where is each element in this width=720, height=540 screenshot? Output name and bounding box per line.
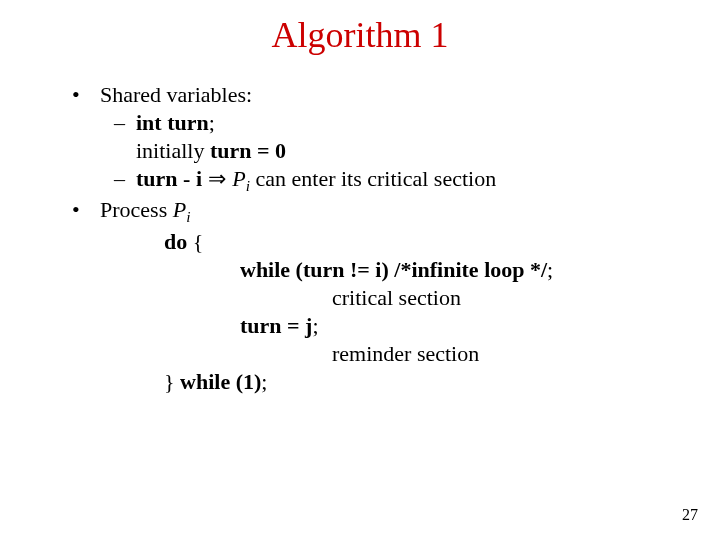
subscript-i: i [186, 209, 190, 226]
page-number: 27 [682, 506, 698, 524]
code-assign: turn = j [240, 313, 312, 338]
var-P: P [232, 166, 245, 191]
text-turn-implies: turn - i ⇒ Pi can enter its critical sec… [136, 166, 496, 196]
bullet-level2: – turn - i ⇒ Pi can enter its critical s… [72, 166, 672, 196]
text-enter-critical: can enter its critical section [250, 166, 496, 191]
text-reminder-section: reminder section [72, 341, 672, 367]
text-initially-word: initially [136, 138, 210, 163]
dash-icon: – [114, 166, 136, 196]
kw-do: do [164, 229, 187, 254]
brace-open: { [187, 229, 203, 254]
slide-title: Algorithm 1 [0, 14, 720, 56]
semicolon: ; [547, 257, 553, 282]
code-turn-eq-j: turn = j; [72, 313, 672, 339]
code-int-turn: int turn [136, 110, 209, 135]
text-initially: initially turn = 0 [72, 138, 672, 164]
slide-body: • Shared variables: – int turn; initiall… [72, 82, 672, 397]
code-turn-eq-0: turn = 0 [210, 138, 286, 163]
bullet-level1: • Process Pi [72, 197, 672, 227]
implies-icon: ⇒ [202, 166, 232, 191]
code-do-open: do { [72, 229, 672, 255]
bullet-icon: • [72, 197, 100, 227]
text-int-turn: int turn; [136, 110, 215, 136]
text-critical-section: critical section [72, 285, 672, 311]
text-process-word: Process [100, 197, 173, 222]
bullet-level2: – int turn; [72, 110, 672, 136]
semicolon: ; [312, 313, 318, 338]
semicolon: ; [209, 110, 215, 135]
code-turn-minus-i: turn - i [136, 166, 202, 191]
semicolon: ; [261, 369, 267, 394]
bullet-icon: • [72, 82, 100, 108]
text-shared-variables: Shared variables: [100, 82, 252, 108]
kw-while-1: while (1) [180, 369, 261, 394]
code-while-close: } while (1); [72, 369, 672, 395]
code-while-turn: while (turn != i) /*infinite loop */; [72, 257, 672, 283]
code-while-condition: while (turn != i) /*infinite loop */ [240, 257, 547, 282]
var-P: P [173, 197, 186, 222]
brace-close: } [164, 369, 180, 394]
slide: Algorithm 1 • Shared variables: – int tu… [0, 0, 720, 540]
bullet-level1: • Shared variables: [72, 82, 672, 108]
dash-icon: – [114, 110, 136, 136]
text-process: Process Pi [100, 197, 190, 227]
